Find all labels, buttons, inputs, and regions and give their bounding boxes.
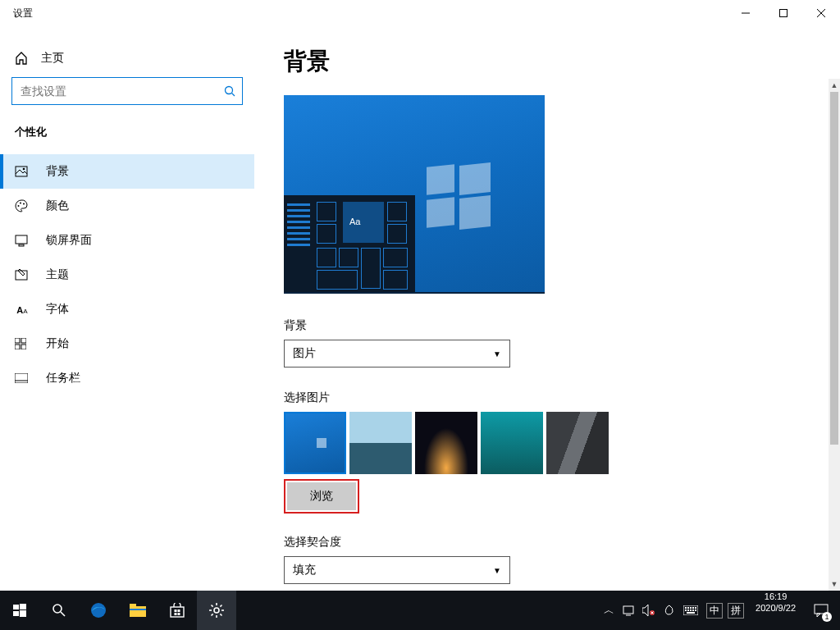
thumb-1[interactable] xyxy=(284,412,346,474)
nav-item-themes[interactable]: 主题 xyxy=(0,258,254,292)
taskbar-store-button[interactable] xyxy=(158,591,197,630)
scroll-thumb[interactable] xyxy=(830,92,838,445)
window-titlebar: 设置 xyxy=(0,0,840,26)
lockscreen-icon xyxy=(15,234,30,247)
action-center-button[interactable]: 1 xyxy=(802,591,840,630)
thumb-5[interactable] xyxy=(546,412,609,474)
svg-rect-52 xyxy=(687,607,689,609)
bg-type-value: 图片 xyxy=(293,346,316,361)
svg-rect-44 xyxy=(623,606,633,614)
svg-rect-21 xyxy=(20,604,26,609)
svg-rect-30 xyxy=(171,607,184,617)
ime-keyboard-icon[interactable] xyxy=(683,605,698,615)
taskbar: ︿ 中 拼 16:19 2020/9/22 1 xyxy=(0,591,840,630)
nav-item-start[interactable]: 开始 xyxy=(0,326,254,361)
svg-marker-46 xyxy=(642,605,648,616)
svg-rect-16 xyxy=(15,345,20,349)
taskbar-search-button[interactable] xyxy=(39,591,79,630)
nav-item-colors[interactable]: 颜色 xyxy=(0,189,254,223)
svg-rect-60 xyxy=(695,609,696,611)
taskbar-icon xyxy=(15,373,30,383)
close-button[interactable] xyxy=(802,0,840,26)
fit-value: 填充 xyxy=(293,563,316,578)
clock-date: 2020/9/22 xyxy=(756,602,796,614)
fit-dropdown[interactable]: 填充 ▼ xyxy=(284,556,510,584)
svg-line-41 xyxy=(220,614,221,615)
ime-lang-1: 中 xyxy=(706,603,723,619)
preview-start-menu: Aa xyxy=(284,195,415,294)
preview-tile-aa: Aa xyxy=(343,202,384,243)
svg-rect-31 xyxy=(175,609,177,612)
taskbar-settings-button[interactable] xyxy=(197,591,236,630)
svg-rect-14 xyxy=(15,338,20,343)
svg-point-24 xyxy=(53,605,62,613)
ime-indicator[interactable]: 中 拼 xyxy=(706,603,744,619)
svg-point-9 xyxy=(20,203,21,204)
tray-overflow-icon[interactable]: ︿ xyxy=(604,603,614,618)
browse-highlight: 浏览 xyxy=(284,479,359,514)
browse-button[interactable]: 浏览 xyxy=(287,482,356,510)
svg-rect-18 xyxy=(15,373,28,383)
svg-line-25 xyxy=(61,612,65,616)
taskbar-explorer-button[interactable] xyxy=(118,591,158,630)
scroll-down-icon[interactable]: ▼ xyxy=(829,578,840,591)
svg-line-42 xyxy=(212,614,213,615)
nav-label: 背景 xyxy=(46,164,69,179)
search-field[interactable] xyxy=(21,84,224,98)
svg-point-26 xyxy=(91,603,106,618)
themes-icon xyxy=(15,268,30,281)
svg-line-43 xyxy=(220,605,221,607)
taskbar-clock[interactable]: 16:19 2020/9/22 xyxy=(749,591,802,630)
nav-label: 开始 xyxy=(46,336,69,351)
svg-rect-57 xyxy=(687,609,689,611)
svg-rect-32 xyxy=(178,609,180,612)
volume-muted-icon[interactable] xyxy=(642,605,655,616)
thumb-4[interactable] xyxy=(481,412,543,474)
search-icon xyxy=(224,85,235,97)
window-title: 设置 xyxy=(0,7,33,21)
svg-rect-53 xyxy=(690,607,692,609)
nav-item-background[interactable]: 背景 xyxy=(0,154,254,189)
svg-point-8 xyxy=(18,205,20,207)
svg-line-5 xyxy=(232,94,235,97)
network-icon[interactable] xyxy=(623,605,634,616)
svg-rect-23 xyxy=(20,610,26,617)
chevron-down-icon: ▼ xyxy=(493,349,501,358)
sidebar: 主页 个性化 背景 颜色 锁屏界面 主题 AA xyxy=(0,26,254,591)
svg-point-35 xyxy=(214,608,219,613)
picture-icon xyxy=(15,165,30,178)
nav-label: 主题 xyxy=(46,267,69,282)
section-title: 个性化 xyxy=(0,125,254,154)
maximize-button[interactable] xyxy=(765,0,802,26)
page-heading: 背景 xyxy=(284,46,810,77)
scroll-up-icon[interactable]: ▲ xyxy=(829,79,840,92)
nav-item-fonts[interactable]: AA 字体 xyxy=(0,292,254,326)
nav-label: 颜色 xyxy=(46,199,69,213)
svg-rect-34 xyxy=(178,613,180,615)
svg-rect-22 xyxy=(13,611,19,616)
taskbar-edge-button[interactable] xyxy=(79,591,118,630)
home-button[interactable]: 主页 xyxy=(0,46,254,77)
thumb-2[interactable] xyxy=(349,412,412,474)
tray-app-icon[interactable] xyxy=(664,605,675,616)
nav-item-taskbar[interactable]: 任务栏 xyxy=(0,361,254,395)
home-icon xyxy=(15,52,28,65)
bg-type-dropdown[interactable]: 图片 ▼ xyxy=(284,340,510,368)
minimize-button[interactable] xyxy=(727,0,765,26)
search-input[interactable] xyxy=(11,77,243,105)
svg-point-10 xyxy=(23,203,25,205)
svg-rect-29 xyxy=(130,609,146,610)
background-preview: Aa xyxy=(284,95,545,294)
nav-item-lockscreen[interactable]: 锁屏界面 xyxy=(0,223,254,258)
nav-label: 字体 xyxy=(46,302,69,317)
svg-rect-58 xyxy=(690,609,692,611)
svg-rect-15 xyxy=(21,338,26,343)
start-button[interactable] xyxy=(0,591,39,630)
content-scrollbar[interactable]: ▲ ▼ xyxy=(829,79,840,591)
thumb-3[interactable] xyxy=(415,412,477,474)
search-container xyxy=(0,77,254,125)
svg-line-40 xyxy=(212,605,213,607)
home-label: 主页 xyxy=(41,51,64,66)
windows-logo-icon xyxy=(427,166,491,230)
start-icon xyxy=(15,338,30,349)
